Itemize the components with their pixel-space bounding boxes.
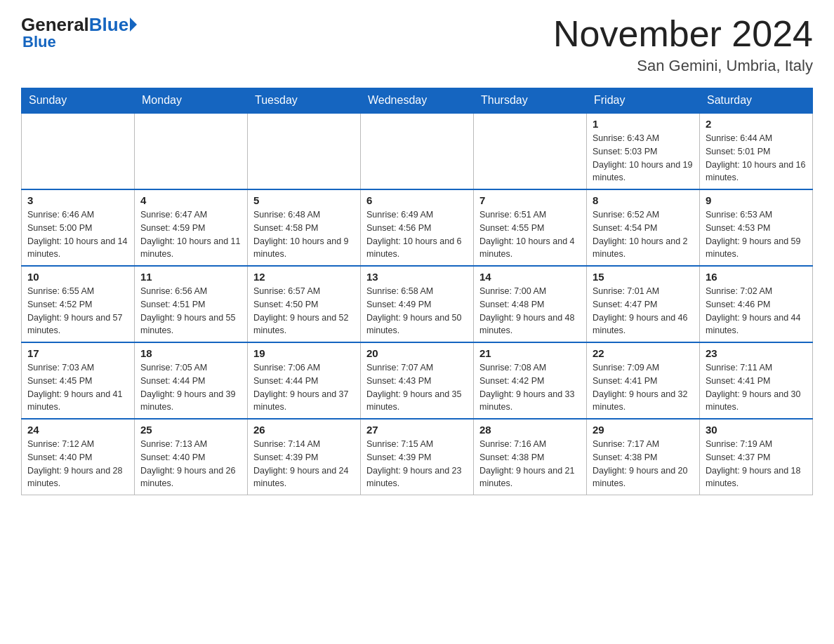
calendar-week-row-3: 10Sunrise: 6:55 AMSunset: 4:52 PMDayligh…: [22, 266, 813, 342]
calendar-cell: 19Sunrise: 7:06 AMSunset: 4:44 PMDayligh…: [248, 342, 361, 419]
day-info: Sunrise: 6:51 AMSunset: 4:55 PMDaylight:…: [479, 208, 581, 261]
page-subtitle: San Gemini, Umbria, Italy: [553, 57, 813, 75]
logo: General Blue Blue: [21, 14, 137, 51]
day-info: Sunrise: 7:02 AMSunset: 4:46 PMDaylight:…: [706, 285, 807, 337]
day-info: Sunrise: 6:43 AMSunset: 5:03 PMDaylight:…: [593, 132, 694, 185]
day-number: 28: [479, 424, 581, 436]
day-number: 12: [253, 271, 355, 283]
calendar-week-row-4: 17Sunrise: 7:03 AMSunset: 4:45 PMDayligh…: [22, 342, 813, 419]
day-number: 3: [27, 194, 128, 206]
day-number: 10: [27, 271, 128, 283]
day-info: Sunrise: 7:13 AMSunset: 4:40 PMDaylight:…: [140, 438, 241, 490]
day-info: Sunrise: 6:52 AMSunset: 4:54 PMDaylight:…: [593, 208, 694, 261]
day-number: 1: [593, 118, 694, 130]
day-info: Sunrise: 6:57 AMSunset: 4:50 PMDaylight:…: [253, 285, 355, 337]
day-info: Sunrise: 6:44 AMSunset: 5:01 PMDaylight:…: [706, 132, 807, 185]
calendar-cell: 7Sunrise: 6:51 AMSunset: 4:55 PMDaylight…: [474, 189, 587, 266]
day-info: Sunrise: 6:49 AMSunset: 4:56 PMDaylight:…: [366, 208, 468, 261]
calendar-cell: 27Sunrise: 7:15 AMSunset: 4:39 PMDayligh…: [361, 419, 474, 495]
day-number: 7: [479, 194, 581, 206]
day-info: Sunrise: 7:07 AMSunset: 4:43 PMDaylight:…: [366, 361, 468, 414]
day-info: Sunrise: 7:19 AMSunset: 4:37 PMDaylight:…: [706, 438, 807, 490]
calendar-cell: [248, 113, 361, 189]
calendar-cell: 30Sunrise: 7:19 AMSunset: 4:37 PMDayligh…: [700, 419, 813, 495]
day-info: Sunrise: 6:55 AMSunset: 4:52 PMDaylight:…: [27, 285, 128, 337]
calendar-cell: 11Sunrise: 6:56 AMSunset: 4:51 PMDayligh…: [135, 266, 248, 342]
day-number: 13: [366, 271, 468, 283]
day-info: Sunrise: 7:03 AMSunset: 4:45 PMDaylight:…: [27, 361, 128, 414]
calendar-header-tuesday: Tuesday: [248, 88, 361, 114]
calendar-cell: [474, 113, 587, 189]
calendar-week-row-5: 24Sunrise: 7:12 AMSunset: 4:40 PMDayligh…: [22, 419, 813, 495]
calendar-cell: 10Sunrise: 6:55 AMSunset: 4:52 PMDayligh…: [22, 266, 135, 342]
day-number: 2: [706, 118, 807, 130]
calendar-cell: 13Sunrise: 6:58 AMSunset: 4:49 PMDayligh…: [361, 266, 474, 342]
day-info: Sunrise: 7:08 AMSunset: 4:42 PMDaylight:…: [479, 361, 581, 414]
calendar-cell: 12Sunrise: 6:57 AMSunset: 4:50 PMDayligh…: [248, 266, 361, 342]
calendar-cell: 5Sunrise: 6:48 AMSunset: 4:58 PMDaylight…: [248, 189, 361, 266]
calendar-cell: 29Sunrise: 7:17 AMSunset: 4:38 PMDayligh…: [587, 419, 700, 495]
calendar-cell: 8Sunrise: 6:52 AMSunset: 4:54 PMDaylight…: [587, 189, 700, 266]
day-number: 22: [593, 347, 694, 359]
page-header: General Blue Blue November 2024 San Gemi…: [21, 14, 813, 75]
day-number: 19: [253, 347, 355, 359]
calendar-cell: 22Sunrise: 7:09 AMSunset: 4:41 PMDayligh…: [587, 342, 700, 419]
calendar-cell: [361, 113, 474, 189]
day-number: 21: [479, 347, 581, 359]
calendar-cell: 14Sunrise: 7:00 AMSunset: 4:48 PMDayligh…: [474, 266, 587, 342]
day-number: 30: [706, 424, 807, 436]
day-info: Sunrise: 6:47 AMSunset: 4:59 PMDaylight:…: [140, 208, 241, 261]
day-number: 15: [593, 271, 694, 283]
day-info: Sunrise: 7:15 AMSunset: 4:39 PMDaylight:…: [366, 438, 468, 490]
day-number: 20: [366, 347, 468, 359]
day-number: 27: [366, 424, 468, 436]
day-number: 4: [140, 194, 241, 206]
day-info: Sunrise: 7:05 AMSunset: 4:44 PMDaylight:…: [140, 361, 241, 414]
logo-subtitle: Blue: [22, 33, 56, 51]
day-info: Sunrise: 7:01 AMSunset: 4:47 PMDaylight:…: [593, 285, 694, 337]
day-info: Sunrise: 6:58 AMSunset: 4:49 PMDaylight:…: [366, 285, 468, 337]
calendar-table: SundayMondayTuesdayWednesdayThursdayFrid…: [21, 88, 813, 495]
day-info: Sunrise: 7:12 AMSunset: 4:40 PMDaylight:…: [27, 438, 128, 490]
calendar-header-row: SundayMondayTuesdayWednesdayThursdayFrid…: [22, 88, 813, 114]
page-title: November 2024: [553, 14, 813, 54]
logo-arrow-icon: [130, 18, 137, 32]
day-info: Sunrise: 7:09 AMSunset: 4:41 PMDaylight:…: [593, 361, 694, 414]
day-number: 18: [140, 347, 241, 359]
day-number: 24: [27, 424, 128, 436]
calendar-cell: 25Sunrise: 7:13 AMSunset: 4:40 PMDayligh…: [135, 419, 248, 495]
calendar-header-wednesday: Wednesday: [361, 88, 474, 114]
day-info: Sunrise: 6:46 AMSunset: 5:00 PMDaylight:…: [27, 208, 128, 261]
day-number: 25: [140, 424, 241, 436]
calendar-header-friday: Friday: [587, 88, 700, 114]
day-number: 14: [479, 271, 581, 283]
day-info: Sunrise: 7:06 AMSunset: 4:44 PMDaylight:…: [253, 361, 355, 414]
calendar-cell: 24Sunrise: 7:12 AMSunset: 4:40 PMDayligh…: [22, 419, 135, 495]
calendar-cell: 9Sunrise: 6:53 AMSunset: 4:53 PMDaylight…: [700, 189, 813, 266]
day-number: 6: [366, 194, 468, 206]
calendar-cell: [135, 113, 248, 189]
calendar-cell: [22, 113, 135, 189]
day-number: 29: [593, 424, 694, 436]
calendar-cell: 23Sunrise: 7:11 AMSunset: 4:41 PMDayligh…: [700, 342, 813, 419]
calendar-header-thursday: Thursday: [474, 88, 587, 114]
day-number: 17: [27, 347, 128, 359]
day-number: 8: [593, 194, 694, 206]
day-number: 5: [253, 194, 355, 206]
calendar-cell: 18Sunrise: 7:05 AMSunset: 4:44 PMDayligh…: [135, 342, 248, 419]
calendar-cell: 15Sunrise: 7:01 AMSunset: 4:47 PMDayligh…: [587, 266, 700, 342]
calendar-cell: 17Sunrise: 7:03 AMSunset: 4:45 PMDayligh…: [22, 342, 135, 419]
calendar-cell: 16Sunrise: 7:02 AMSunset: 4:46 PMDayligh…: [700, 266, 813, 342]
calendar-cell: 1Sunrise: 6:43 AMSunset: 5:03 PMDaylight…: [587, 113, 700, 189]
calendar-cell: 21Sunrise: 7:08 AMSunset: 4:42 PMDayligh…: [474, 342, 587, 419]
day-number: 16: [706, 271, 807, 283]
day-info: Sunrise: 7:14 AMSunset: 4:39 PMDaylight:…: [253, 438, 355, 490]
calendar-week-row-1: 1Sunrise: 6:43 AMSunset: 5:03 PMDaylight…: [22, 113, 813, 189]
calendar-header-saturday: Saturday: [700, 88, 813, 114]
day-info: Sunrise: 6:53 AMSunset: 4:53 PMDaylight:…: [706, 208, 807, 261]
calendar-cell: 28Sunrise: 7:16 AMSunset: 4:38 PMDayligh…: [474, 419, 587, 495]
day-info: Sunrise: 7:11 AMSunset: 4:41 PMDaylight:…: [706, 361, 807, 414]
title-block: November 2024 San Gemini, Umbria, Italy: [553, 14, 813, 75]
calendar-header-sunday: Sunday: [22, 88, 135, 114]
calendar-header-monday: Monday: [135, 88, 248, 114]
